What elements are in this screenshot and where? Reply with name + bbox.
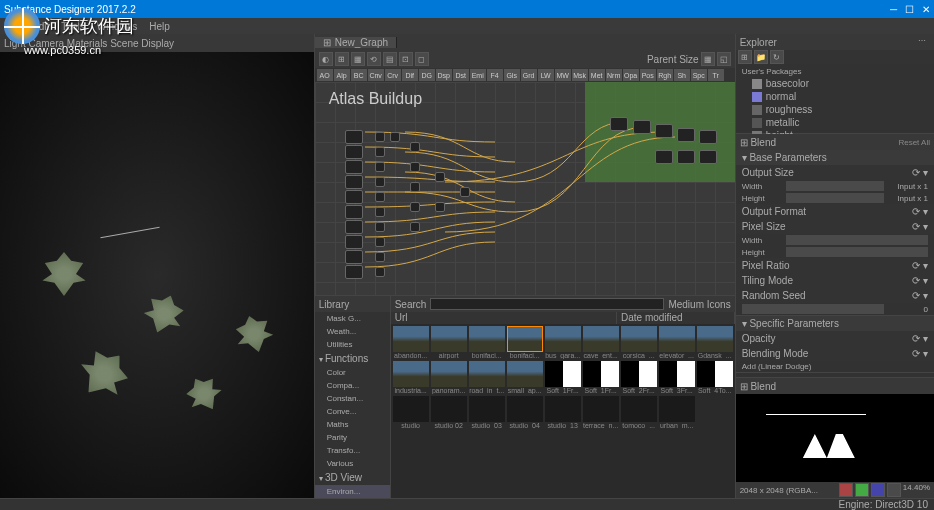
- tree-item[interactable]: Color: [315, 366, 390, 379]
- graph-node[interactable]: [375, 132, 385, 142]
- channel-a[interactable]: [887, 483, 901, 497]
- parent-size-toggle[interactable]: Parent Size: [647, 54, 699, 65]
- packages-root[interactable]: User's Packages: [740, 66, 930, 77]
- explorer-item[interactable]: basecolor: [740, 77, 930, 90]
- tree-item[interactable]: Weath...: [315, 325, 390, 338]
- graph-node[interactable]: [410, 182, 420, 192]
- thumb[interactable]: [583, 326, 619, 352]
- explorer-item[interactable]: metallic: [740, 116, 930, 129]
- tool-btn[interactable]: ▤: [383, 52, 397, 66]
- thumb[interactable]: [659, 326, 695, 352]
- graph-node[interactable]: [410, 162, 420, 172]
- shelf-node[interactable]: Emi: [470, 69, 486, 81]
- tree-item[interactable]: Parity: [315, 431, 390, 444]
- graph-node[interactable]: [375, 207, 385, 217]
- tool-btn[interactable]: ⊡: [399, 52, 413, 66]
- close-button[interactable]: ✕: [922, 4, 930, 15]
- graph-node[interactable]: [345, 265, 363, 279]
- tool-btn[interactable]: ⊞: [738, 50, 752, 64]
- graph-node[interactable]: [375, 147, 385, 157]
- width-slider[interactable]: [786, 181, 884, 191]
- thumb[interactable]: [621, 361, 657, 387]
- shelf-node[interactable]: DG: [419, 69, 435, 81]
- output-node[interactable]: [699, 130, 717, 144]
- tool-btn[interactable]: ⊞: [335, 52, 349, 66]
- reset-all[interactable]: Reset All: [898, 138, 930, 147]
- graph-node[interactable]: [345, 235, 363, 249]
- graph-node[interactable]: [375, 177, 385, 187]
- graph-node[interactable]: [345, 250, 363, 264]
- thumb[interactable]: [393, 361, 429, 387]
- thumb-selected[interactable]: [507, 326, 543, 352]
- shelf-node[interactable]: Rgh: [657, 69, 673, 81]
- menu-help[interactable]: Help: [149, 21, 170, 32]
- graph-node[interactable]: [375, 237, 385, 247]
- thumb[interactable]: [659, 396, 695, 422]
- graph-canvas[interactable]: Atlas Buildup: [315, 82, 735, 295]
- thumb[interactable]: [583, 396, 619, 422]
- shelf-node[interactable]: LW: [538, 69, 554, 81]
- shelf-node[interactable]: Dsp: [436, 69, 452, 81]
- panel-menu-icon[interactable]: ⋯: [918, 36, 930, 48]
- thumb[interactable]: [393, 396, 429, 422]
- thumb[interactable]: [583, 361, 619, 387]
- tree-item[interactable]: Utilities: [315, 338, 390, 351]
- tree-group[interactable]: ▾ 3D View: [315, 470, 390, 485]
- graph-node[interactable]: [375, 192, 385, 202]
- shelf-node[interactable]: Crv: [385, 69, 401, 81]
- thumb[interactable]: [469, 396, 505, 422]
- subsection[interactable]: Output Format⟳ ▾: [736, 204, 934, 219]
- graph-node[interactable]: [375, 162, 385, 172]
- tool-btn[interactable]: 📁: [754, 50, 768, 64]
- output-node[interactable]: [610, 117, 628, 131]
- shelf-node[interactable]: Gls: [504, 69, 520, 81]
- thumb[interactable]: [393, 326, 429, 352]
- output-node[interactable]: [655, 124, 673, 138]
- tree-item[interactable]: Various: [315, 457, 390, 470]
- shelf-node[interactable]: Dif: [402, 69, 418, 81]
- thumb[interactable]: [507, 361, 543, 387]
- graph-node[interactable]: [345, 205, 363, 219]
- subsection[interactable]: Tiling Mode⟳ ▾: [736, 273, 934, 288]
- explorer-item[interactable]: roughness: [740, 103, 930, 116]
- slider[interactable]: [786, 247, 928, 257]
- graph-node[interactable]: [410, 202, 420, 212]
- tool-btn[interactable]: ▦: [701, 52, 715, 66]
- shelf-node[interactable]: AO: [317, 69, 333, 81]
- section-base[interactable]: ▾ Base Parameters: [736, 150, 934, 165]
- graph-node[interactable]: [375, 252, 385, 262]
- shelf-node[interactable]: Alp: [334, 69, 350, 81]
- graph-node[interactable]: [345, 220, 363, 234]
- shelf-node[interactable]: Dst: [453, 69, 469, 81]
- subsection[interactable]: Output Size⟳ ▾: [736, 165, 934, 180]
- shelf-node[interactable]: Msk: [572, 69, 588, 81]
- graph-node[interactable]: [410, 222, 420, 232]
- search-input[interactable]: [430, 298, 664, 310]
- tree-item-active[interactable]: Environ...: [315, 485, 390, 498]
- thumb[interactable]: [545, 396, 581, 422]
- shelf-node[interactable]: Cnv: [368, 69, 384, 81]
- section-specific[interactable]: ▾ Specific Parameters: [736, 316, 934, 331]
- output-node[interactable]: [655, 150, 673, 164]
- channel-r[interactable]: [839, 483, 853, 497]
- thumb[interactable]: [621, 326, 657, 352]
- tool-btn[interactable]: ▦: [351, 52, 365, 66]
- shelf-node[interactable]: Tr: [708, 69, 724, 81]
- thumb[interactable]: [659, 361, 695, 387]
- output-node[interactable]: [699, 150, 717, 164]
- graph-node[interactable]: [390, 132, 400, 142]
- tree-item[interactable]: Constan...: [315, 392, 390, 405]
- tree-item[interactable]: Transfo...: [315, 444, 390, 457]
- minimize-button[interactable]: ─: [890, 4, 897, 15]
- graph-node[interactable]: [345, 160, 363, 174]
- col-date[interactable]: Date modified: [617, 312, 735, 324]
- tool-btn[interactable]: ⟲: [367, 52, 381, 66]
- thumb[interactable]: [545, 326, 581, 352]
- thumb[interactable]: [431, 326, 467, 352]
- tree-item[interactable]: Compa...: [315, 379, 390, 392]
- thumb[interactable]: [697, 326, 733, 352]
- graph-node[interactable]: [435, 202, 445, 212]
- viewport-canvas[interactable]: [0, 52, 314, 498]
- scale-dropdown[interactable]: Medium Icons: [668, 299, 730, 310]
- shelf-node[interactable]: Sh: [674, 69, 690, 81]
